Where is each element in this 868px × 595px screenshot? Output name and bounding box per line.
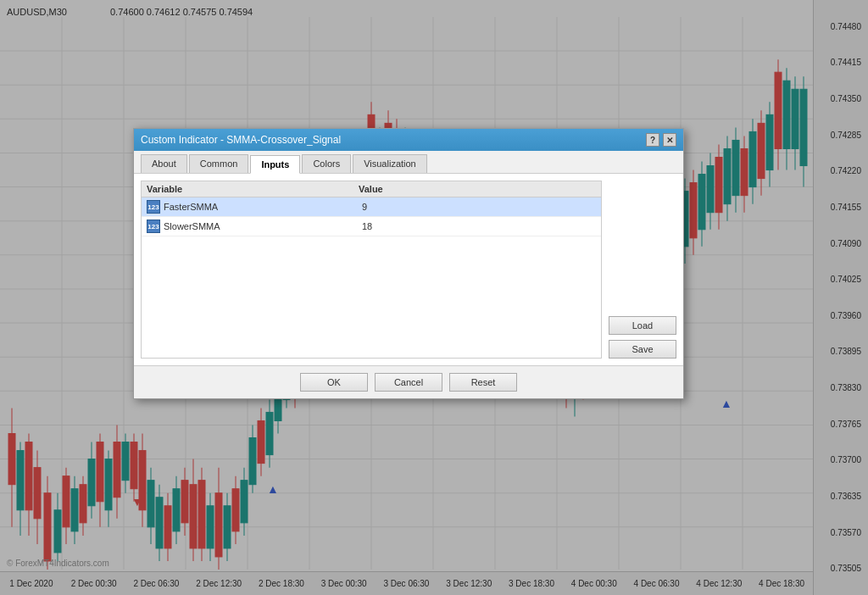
cancel-button[interactable]: Cancel [375,373,442,392]
tab-about[interactable]: About [141,154,187,173]
row-icon-1: 123 [147,200,160,214]
dialog-footer: OK Cancel Reset [134,365,683,398]
row-value-2: 18 [362,221,596,231]
col-value-header: Value [359,184,596,194]
side-buttons: Load Save [602,181,676,359]
dialog-close-button[interactable]: ✕ [663,133,676,147]
dialog: Custom Indicator - SMMA-Crossover_Signal… [133,128,684,399]
dialog-titlebar: Custom Indicator - SMMA-Crossover_Signal… [134,129,683,151]
tab-colors[interactable]: Colors [302,154,351,173]
table-row[interactable]: 123 FasterSMMA 9 [142,197,601,217]
col-variable-header: Variable [147,184,359,194]
row-value-1: 9 [362,202,596,212]
dialog-body: Variable Value 123 FasterSMMA 9 123 Slow… [134,174,683,365]
dialog-tabs: About Common Inputs Colors Visualization [134,151,683,174]
row-variable-1: FasterSMMA [164,202,362,212]
reset-button[interactable]: Reset [449,373,517,392]
row-icon-2: 123 [147,220,160,233]
dialog-help-button[interactable]: ? [646,133,659,147]
row-variable-2: SlowerSMMA [164,221,362,231]
ok-button[interactable]: OK [300,373,368,392]
inputs-table: Variable Value 123 FasterSMMA 9 123 Slow… [141,181,602,359]
tab-inputs[interactable]: Inputs [250,155,300,174]
tab-common[interactable]: Common [189,154,249,173]
table-row[interactable]: 123 SlowerSMMA 18 [142,217,601,236]
modal-overlay: Custom Indicator - SMMA-Crossover_Signal… [0,0,868,595]
tab-visualization[interactable]: Visualization [353,154,427,173]
dialog-controls: ? ✕ [646,133,676,147]
table-header: Variable Value [142,181,601,197]
save-button[interactable]: Save [609,340,676,359]
load-button[interactable]: Load [609,316,676,335]
dialog-title: Custom Indicator - SMMA-Crossover_Signal [141,134,341,146]
